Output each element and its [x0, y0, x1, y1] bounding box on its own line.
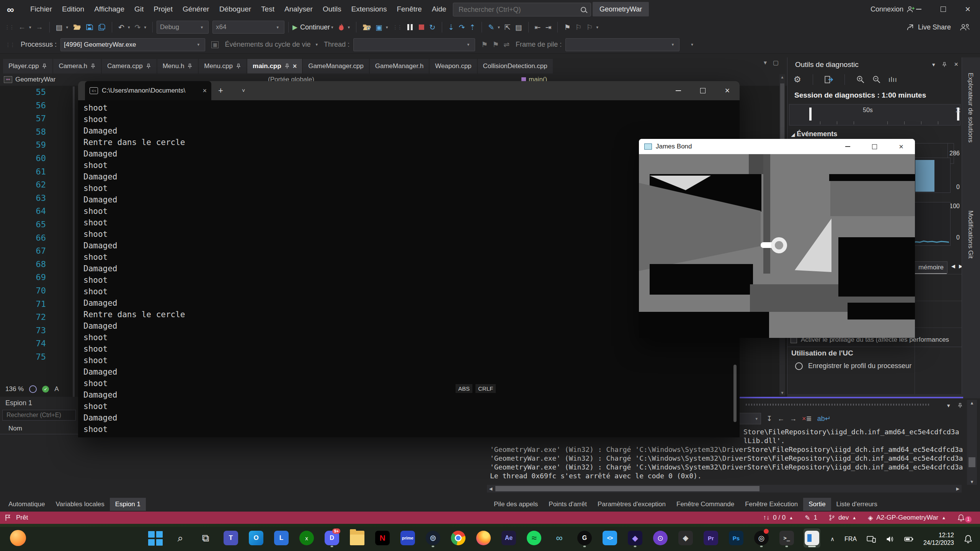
pin-icon[interactable]: [90, 64, 96, 69]
zoom-in-icon[interactable]: [856, 75, 865, 84]
lifecycle-events-button[interactable]: Événements du cycle de vie: [225, 41, 310, 49]
menu-item[interactable]: Git: [129, 0, 149, 18]
file-explorer[interactable]: [349, 528, 366, 548]
process-dropdown[interactable]: [4996] GeometryWar.exe▾: [60, 38, 205, 51]
pin-icon[interactable]: [236, 64, 241, 69]
bookmark-next-icon[interactable]: ⚐: [586, 23, 593, 32]
panel-close-icon[interactable]: ×: [954, 60, 958, 68]
console-close-button[interactable]: ×: [715, 81, 740, 100]
undo-icon[interactable]: ↶: [118, 23, 124, 32]
fen-tre-commande[interactable]: Fenêtre Commande: [671, 498, 740, 511]
console-tab-close-icon[interactable]: ×: [203, 87, 207, 95]
watch-search-box[interactable]: [2, 410, 76, 421]
git-repo-button[interactable]: ◈A2-GP-GeometryWar▲: [868, 514, 946, 522]
save-icon[interactable]: [86, 24, 93, 31]
collisiondetection-cpp[interactable]: CollisionDetection.cpp ×: [478, 59, 553, 73]
diagnostics-timeline[interactable]: 50s 1:: [789, 104, 960, 126]
console-minimize-button[interactable]: [666, 81, 691, 100]
menu-item[interactable]: Générer: [178, 0, 214, 18]
show-output-window-icon[interactable]: ▣: [376, 23, 382, 32]
import-log-icon[interactable]: ↧: [766, 414, 772, 423]
find-in-files-icon[interactable]: [363, 24, 371, 31]
game-close-button[interactable]: ×: [889, 139, 914, 154]
vscode[interactable]: <>: [601, 528, 618, 548]
solution-config-dropdown[interactable]: Debug▾: [157, 21, 209, 34]
solution-badge[interactable]: GeometryWar: [593, 2, 649, 16]
teams[interactable]: T: [222, 528, 239, 548]
gamemanager-cpp[interactable]: GameManager.cpp ×: [303, 59, 369, 73]
main-cpp[interactable]: main.cpp ×: [247, 59, 302, 73]
menu-item[interactable]: Outils: [318, 0, 346, 18]
scroll-up-icon[interactable]: ▲: [779, 75, 785, 79]
menu-h[interactable]: Menu.h ×: [157, 59, 198, 73]
game-titlebar[interactable]: James Bond ×: [639, 139, 915, 154]
volume-icon[interactable]: [886, 535, 894, 543]
stop-debugging-icon[interactable]: [419, 24, 424, 30]
step-out-icon[interactable]: ⇡: [469, 23, 475, 32]
new-project-icon[interactable]: ▤: [56, 23, 63, 32]
tray-overflow-icon[interactable]: ∧: [830, 536, 835, 543]
menu-item[interactable]: Déboguer: [214, 0, 256, 18]
widgets-weather-icon[interactable]: [10, 530, 26, 546]
pin-icon[interactable]: [942, 62, 947, 67]
obsidian[interactable]: ◆: [627, 528, 644, 548]
fen-tre-ex-cution[interactable]: Fenêtre Exécution: [740, 498, 803, 511]
toolbar-overflow-icon[interactable]: ▾: [691, 42, 693, 47]
record-cpu-profile-row[interactable]: Enregistrer le profil du processeur: [795, 362, 911, 370]
prev-message-icon[interactable]: ←: [777, 415, 784, 423]
game-viewport[interactable]: [639, 154, 915, 338]
spotify[interactable]: ≈: [526, 528, 542, 548]
github-desktop[interactable]: ⊙: [652, 528, 669, 548]
save-all-icon[interactable]: [98, 24, 105, 31]
panel-dropdown-icon[interactable]: ▾: [947, 402, 950, 409]
sortie[interactable]: Sortie: [803, 498, 831, 511]
molecule-app[interactable]: ∞: [551, 528, 568, 548]
liste-d-erreurs[interactable]: Liste d'erreurs: [831, 498, 883, 511]
unity[interactable]: ◈: [677, 528, 694, 548]
variables-locales[interactable]: Variables locales: [50, 498, 109, 511]
output-vertical-scrollbar[interactable]: ▲ ▼: [967, 400, 977, 485]
dock-drag-handle[interactable]: [746, 404, 929, 406]
param-tres-d-exception[interactable]: Paramètres d'exception: [592, 498, 671, 511]
battery-icon[interactable]: [904, 535, 913, 543]
pending-edits-button[interactable]: ✎1: [805, 514, 817, 522]
memory-tab[interactable]: mémoire: [915, 261, 947, 274]
git-sync-button[interactable]: ↑↓0 / 0▲: [763, 514, 793, 522]
pin-icon[interactable]: [284, 64, 290, 69]
next-message-icon[interactable]: →: [790, 415, 797, 423]
solution-explorer-vertical-tab[interactable]: Explorateur de solutions: [967, 73, 974, 142]
navigate-back-icon[interactable]: ←: [18, 23, 26, 31]
step-into-icon[interactable]: ⇣: [448, 23, 454, 32]
toolbar-grip[interactable]: ⋮⋮: [5, 24, 14, 30]
menu-cpp[interactable]: Menu.cpp ×: [199, 59, 247, 73]
quick-search-box[interactable]: [453, 3, 591, 16]
clock[interactable]: 12:12 24/12/2023: [923, 531, 954, 547]
flag-thread-icon[interactable]: ⚑: [481, 40, 488, 49]
netflix[interactable]: N: [374, 528, 391, 548]
git-branch-button[interactable]: dev▲: [829, 514, 856, 522]
lightshot[interactable]: L: [273, 528, 290, 548]
indent-increase-icon[interactable]: ⇥: [546, 23, 552, 32]
record-cpu-radio[interactable]: [795, 362, 803, 370]
continue-button[interactable]: Continuer: [300, 23, 330, 31]
encoding-abs[interactable]: ABS: [456, 384, 472, 393]
platform-dropdown[interactable]: x64▾: [212, 21, 284, 34]
bookmark-icon[interactable]: ⚑: [564, 23, 570, 32]
menu-item[interactable]: Analyser: [279, 0, 318, 18]
code-wand-icon[interactable]: ✎: [488, 23, 494, 32]
zoom-out-icon[interactable]: [872, 75, 881, 84]
automatique[interactable]: Automatique: [3, 498, 50, 511]
menu-item[interactable]: Aide: [427, 0, 451, 18]
break-all-icon[interactable]: [407, 24, 413, 30]
menu-item[interactable]: Projet: [149, 0, 178, 18]
menu-item[interactable]: Affichage: [89, 0, 129, 18]
weapon-cpp[interactable]: Weapon.cpp ×: [430, 59, 477, 73]
pin-icon[interactable]: [146, 64, 151, 69]
hot-reload-flame-icon[interactable]: [338, 23, 345, 31]
search[interactable]: ⌕: [172, 528, 189, 548]
encoding-crlf[interactable]: CRLF: [475, 384, 496, 393]
step-over-icon[interactable]: ↷: [459, 23, 465, 32]
logitech-g[interactable]: G: [576, 528, 593, 548]
tab-scroll-left-icon[interactable]: ◀: [951, 263, 955, 269]
camera-h[interactable]: Camera.h ×: [53, 59, 101, 73]
